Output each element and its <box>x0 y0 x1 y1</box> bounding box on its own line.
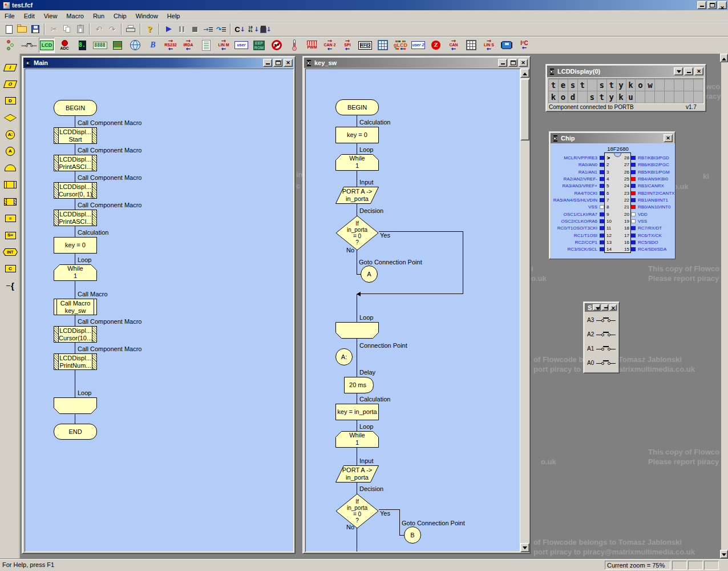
node-begin[interactable]: BEGIN <box>54 100 97 116</box>
compile-to-hex-button[interactable]: 10 01↓ <box>246 23 260 35</box>
node-connection-point[interactable]: A <box>361 266 378 283</box>
tool-component-macro[interactable] <box>0 194 21 210</box>
new-button[interactable] <box>2 23 15 35</box>
node-decision[interactable]: Ifin_porta= 0? <box>335 215 379 251</box>
keypad-component-button[interactable] <box>463 38 479 53</box>
switch-button[interactable] <box>596 316 616 323</box>
user-display-2-component-button[interactable]: user 2 <box>410 38 426 53</box>
maximize-button[interactable] <box>508 59 517 67</box>
close-button[interactable]: ✕ <box>664 134 673 142</box>
tool-c-code[interactable]: C <box>0 261 21 277</box>
node-component-macro[interactable]: LCDDispl...PrintNum... <box>54 353 97 370</box>
ir-module-component-button[interactable] <box>110 38 126 53</box>
node-calculation[interactable]: key = 0 <box>54 237 97 254</box>
help-button[interactable]: ? <box>143 23 156 35</box>
panel-lcd-display-titlebar[interactable]: LCDDisplay(0)✕ <box>547 66 705 77</box>
step-over-button[interactable]: ↷ <box>215 23 228 35</box>
node-connection-point[interactable]: B <box>404 526 421 544</box>
run-button[interactable] <box>162 23 175 35</box>
tool-input[interactable]: I <box>0 59 21 75</box>
rs232-component-button[interactable]: →RS232← <box>163 38 179 53</box>
node-calculation[interactable]: key = 0 <box>335 127 379 143</box>
can-component-button[interactable]: →CAN← <box>446 38 462 53</box>
menu-window[interactable]: Window <box>131 11 163 21</box>
main-flowchart-canvas[interactable]: BEGINCall Component MacroLCDDispl...Star… <box>25 69 294 552</box>
dock-button[interactable] <box>593 304 600 311</box>
node-loop-end[interactable] <box>54 397 97 414</box>
compile-to-c-button[interactable]: C↓ <box>233 23 246 35</box>
tool-macro[interactable] <box>0 177 21 193</box>
save-button[interactable] <box>29 23 42 35</box>
thermometer-component-button[interactable] <box>286 38 302 53</box>
irda-component-button[interactable]: →IRDA← <box>180 38 196 53</box>
print-button[interactable] <box>124 23 137 35</box>
tool-loop[interactable] <box>0 160 21 176</box>
node-loop-end[interactable] <box>335 322 379 339</box>
node-input[interactable]: PORT A ->in_porta <box>335 465 379 482</box>
i2c-component-button[interactable]: I²C← <box>516 38 532 53</box>
key-sw-flowchart-canvas[interactable]: YesNoYesNoBEGINCalculationkey = 0LoopWhi… <box>305 69 520 552</box>
tool-decision[interactable] <box>0 110 21 126</box>
tool-connection-point[interactable]: A: <box>0 127 21 143</box>
buggy-component-button[interactable] <box>499 38 515 53</box>
node-loop-start[interactable]: While1 <box>335 154 379 171</box>
node-input[interactable]: PORT A ->in_porta <box>335 187 379 204</box>
node-component-macro[interactable]: LCDDispl...Start <box>54 127 97 144</box>
tool-interrupt[interactable]: INT <box>0 244 21 260</box>
close-button[interactable]: ✕ <box>609 304 617 311</box>
key-sw-vertical-scrollbar[interactable] <box>520 69 529 552</box>
tool-calculation[interactable]: = <box>0 211 21 227</box>
minimize-button[interactable] <box>263 59 272 67</box>
switch-button[interactable] <box>596 359 616 366</box>
menu-chip[interactable]: Chip <box>109 11 131 21</box>
tool-delay[interactable]: D <box>0 93 21 109</box>
spi-component-button[interactable]: →SPI← <box>339 38 355 53</box>
node-component-macro[interactable]: LCDDispl...Cursor(0, 1) <box>54 182 97 199</box>
zigbee-component-button[interactable]: Z <box>428 38 444 53</box>
node-delay[interactable]: 20 ms <box>344 377 371 393</box>
tool-goto-connection-point[interactable]: A <box>0 143 21 159</box>
user-display-component-button[interactable]: user <box>233 38 249 53</box>
leds-component-button[interactable] <box>3 38 19 53</box>
tool-comment[interactable]: { <box>0 278 21 293</box>
menu-view[interactable]: View <box>39 11 62 21</box>
open-button[interactable] <box>15 23 29 35</box>
node-decision[interactable]: Ifin_porta= 0? <box>335 493 379 529</box>
minimize-button[interactable] <box>684 67 693 75</box>
minimize-button[interactable] <box>697 1 706 9</box>
maximize-button[interactable] <box>707 1 717 9</box>
minimize-button[interactable] <box>601 304 609 311</box>
scroll-up-button[interactable] <box>520 69 529 78</box>
switch-button[interactable] <box>596 331 616 337</box>
lcd-component-button[interactable]: LCD <box>39 38 55 53</box>
menu-macro[interactable]: Macro <box>62 11 88 21</box>
node-loop-start[interactable]: While1 <box>54 264 97 281</box>
console-component-button[interactable] <box>198 38 214 53</box>
rfid-component-button[interactable]: RFID <box>357 38 373 53</box>
close-button[interactable]: ✕ <box>718 1 727 9</box>
adc-component-button[interactable]: ADC <box>56 38 72 53</box>
maze-component-button[interactable] <box>375 38 391 53</box>
eeprom-component-button[interactable]: EEP ROM <box>251 38 267 53</box>
switch-component-button[interactable] <box>21 38 37 53</box>
close-button[interactable]: ✕ <box>519 59 528 67</box>
node-loop-start[interactable]: While1 <box>335 431 379 448</box>
tool-output[interactable]: O <box>0 76 21 92</box>
node-component-macro[interactable]: LCDDispl...Cursor(10... <box>54 326 97 343</box>
internet-component-button[interactable] <box>127 38 143 53</box>
scroll-thumb[interactable] <box>520 79 529 140</box>
switch-button[interactable] <box>596 345 616 352</box>
seven-seg-component-button[interactable]: 8. <box>74 38 90 53</box>
node-end[interactable]: END <box>54 424 97 440</box>
lin-master-component-button[interactable]: →LIN M← <box>216 38 232 53</box>
close-button[interactable]: ✕ <box>284 59 293 67</box>
node-macro[interactable]: Call Macrokey_sw <box>54 299 97 315</box>
dock-button[interactable] <box>674 67 683 75</box>
compile-to-chip-button[interactable]: ↓ <box>260 23 273 35</box>
pwm-component-button[interactable]: PWM <box>304 38 320 53</box>
led-counter-component-button[interactable]: 8888 <box>92 38 108 53</box>
scroll-down-button[interactable] <box>720 550 728 558</box>
speed-restriction-component-button[interactable] <box>269 38 285 53</box>
workspace-vertical-scrollbar[interactable] <box>721 54 728 558</box>
node-connection-point[interactable]: A: <box>335 348 353 365</box>
